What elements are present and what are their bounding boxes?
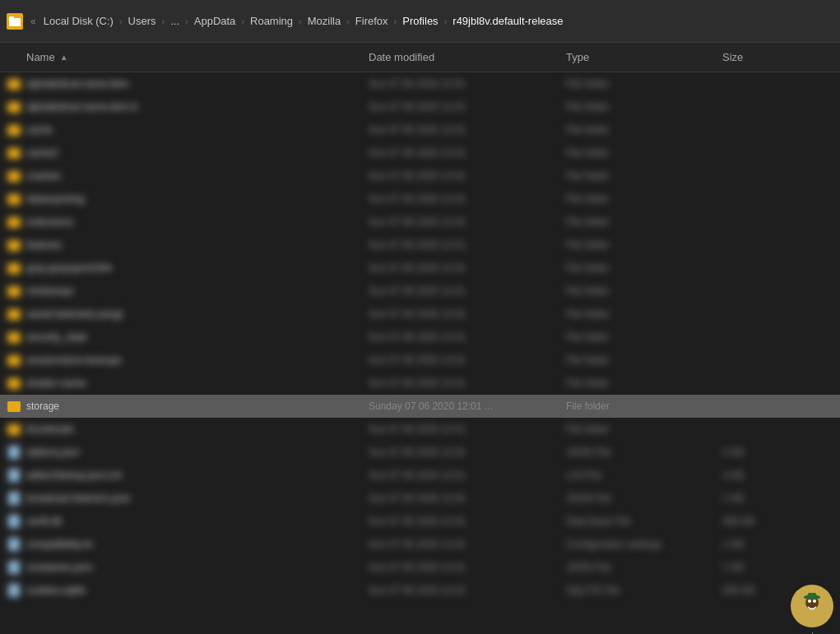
table-row[interactable]: gmp-gmpopenh264 Sun 07 06 2020 12:01 Fil… [0, 257, 840, 280]
breadcrumb-chevron-5: › [299, 16, 302, 26]
breadcrumb-profiles[interactable]: Profiles [399, 13, 441, 29]
table-row[interactable]: sessionstore-backups Sun 07 06 2020 12:0… [0, 349, 840, 372]
folder-icon [7, 13, 23, 30]
breadcrumb-user[interactable]: ... [167, 13, 183, 29]
col-header-size[interactable]: Size [716, 51, 840, 63]
breadcrumb-appdata[interactable]: AppData [191, 13, 239, 29]
table-row[interactable]: security_state Sun 07 06 2020 12:01 File… [0, 326, 840, 349]
svg-rect-7 [808, 593, 816, 598]
col-header-date[interactable]: Date modified [362, 51, 559, 63]
table-row[interactable]: compatibility.ini Sun 07 06 2020 12:01 C… [0, 533, 840, 556]
file-icon-doc [7, 491, 21, 506]
folder-icon-small [7, 376, 21, 391]
table-row[interactable]: cache Sun 07 06 2020 12:01 File folder [0, 118, 840, 141]
table-row[interactable]: extensions Sun 07 06 2020 12:01 File fol… [0, 211, 840, 234]
folder-icon-small [7, 284, 21, 298]
breadcrumb-chevron-8: › [444, 16, 448, 26]
selected-file-date: Sunday 07 06 2020 12:01 ... [362, 400, 559, 412]
table-row[interactable]: minidumps Sun 07 06 2020 12:01 File fold… [0, 280, 840, 303]
breadcrumb-profile-folder[interactable]: r49jbl8v.default-release [449, 13, 566, 29]
folder-icon-storage [7, 399, 21, 414]
table-row[interactable]: features Sun 07 06 2020 12:01 File folde… [0, 234, 840, 257]
file-list[interactable]: alphabetical-name-item Sun 07 06 2020 12… [0, 72, 840, 634]
file-icon-doc [7, 514, 21, 529]
table-row[interactable]: cache2 Sun 07 06 2020 12:01 File folder [0, 141, 840, 164]
folder-icon-small [7, 307, 21, 322]
breadcrumb: « Local Disk (C:) › Users › ... › AppDat… [0, 0, 840, 43]
table-row[interactable]: alphabetical-name-item-b Sun 07 06 2020 … [0, 95, 840, 118]
folder-icon-small [7, 146, 21, 160]
column-headers: Name ▲ Date modified Type Size [0, 43, 840, 72]
breadcrumb-local-disk[interactable]: Local Disk (C:) [40, 13, 117, 29]
folder-icon-small [7, 123, 21, 137]
table-row[interactable]: datareporting Sun 07 06 2020 12:01 File … [0, 187, 840, 211]
table-row[interactable]: saved-telemetry-pings Sun 07 06 2020 12:… [0, 303, 840, 326]
file-icon-doc [7, 445, 21, 460]
folder-icon-small [7, 422, 21, 437]
folder-icon-small [7, 261, 21, 275]
file-icon-doc [7, 468, 21, 483]
breadcrumb-roaming[interactable]: Roaming [247, 13, 296, 29]
breadcrumb-chevron-4: › [241, 16, 244, 26]
watermark: appuals.com [791, 585, 833, 627]
breadcrumb-chevron-2: › [162, 16, 165, 26]
svg-point-5 [813, 599, 816, 603]
sort-indicator: ▲ [60, 53, 68, 62]
breadcrumb-chevron-1: › [119, 16, 123, 26]
table-row[interactable]: containers.json Sun 07 06 2020 12:01 JSO… [0, 556, 840, 579]
table-row[interactable]: addonStartup.json.lz4 Sun 07 06 2020 12:… [0, 464, 840, 487]
folder-icon-small [7, 76, 21, 91]
breadcrumb-chevron-3: › [185, 16, 188, 26]
svg-point-4 [808, 599, 811, 603]
breadcrumb-users[interactable]: Users [125, 13, 160, 29]
folder-icon-small [7, 169, 21, 183]
table-row[interactable]: cookies.sqlite Sun 07 06 2020 12:01 SQLI… [0, 579, 840, 602]
table-row[interactable]: thumbnails Sun 07 06 2020 12:01 File fol… [0, 418, 840, 441]
table-row[interactable]: addons.json Sun 07 06 2020 12:01 JSON Fi… [0, 441, 840, 464]
folder-icon-small [7, 238, 21, 252]
selected-file-type: File folder [559, 400, 716, 412]
breadcrumb-firefox[interactable]: Firefox [352, 13, 392, 29]
folder-icon-small [7, 215, 21, 229]
file-icon-doc [7, 560, 21, 575]
selected-file-name: storage [0, 399, 362, 414]
table-row[interactable]: alphabetical-name-item Sun 07 06 2020 12… [0, 72, 840, 95]
breadcrumb-sep-0: « [30, 16, 36, 27]
table-row[interactable]: broadcast-listeners.json Sun 07 06 2020 … [0, 487, 840, 510]
folder-icon-small [7, 99, 21, 114]
col-header-name[interactable]: Name ▲ [0, 51, 362, 63]
folder-icon-small [7, 330, 21, 345]
breadcrumb-chevron-6: › [346, 16, 350, 26]
folder-icon-small [7, 192, 21, 206]
file-icon-doc [7, 537, 21, 552]
table-row[interactable]: shader-cache Sun 07 06 2020 12:01 File f… [0, 372, 840, 395]
col-header-type[interactable]: Type [559, 51, 716, 63]
breadcrumb-mozilla[interactable]: Mozilla [304, 13, 344, 29]
breadcrumb-chevron-7: › [394, 16, 397, 26]
folder-icon-small [7, 353, 21, 368]
table-row[interactable]: cert9.db Sun 07 06 2020 12:01 Data Base … [0, 510, 840, 533]
table-row[interactable]: crashes Sun 07 06 2020 12:01 File folder [0, 164, 840, 187]
svg-rect-1 [9, 16, 14, 20]
selected-file-row[interactable]: storage Sunday 07 06 2020 12:01 ... File… [0, 395, 840, 418]
file-icon-doc [7, 583, 21, 598]
